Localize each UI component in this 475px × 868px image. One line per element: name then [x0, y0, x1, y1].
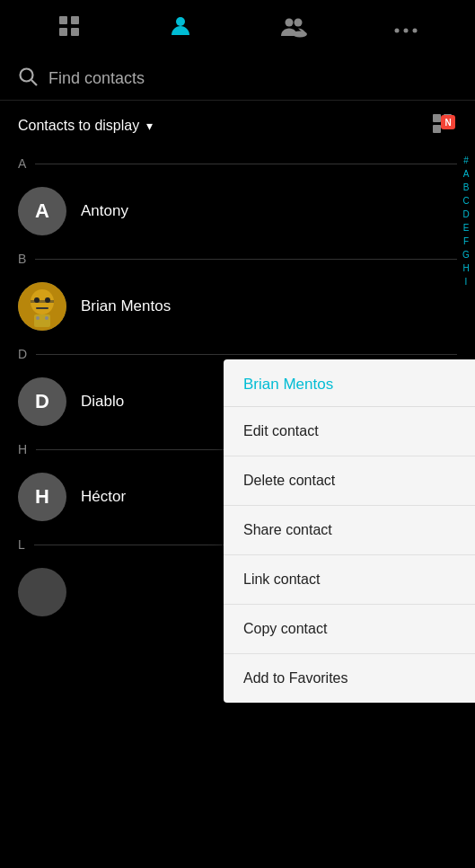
grid-display-icon[interactable]: N — [432, 113, 457, 138]
avatar-l — [18, 568, 66, 616]
notification-badge: N — [441, 115, 455, 129]
svg-rect-15 — [433, 125, 441, 133]
contact-name-antony: Antony — [81, 202, 128, 220]
alpha-f[interactable]: F — [463, 235, 469, 248]
alpha-e[interactable]: E — [463, 222, 470, 235]
person-nav-icon[interactable] — [168, 13, 193, 44]
contact-name-hector: Héctor — [81, 488, 126, 506]
svg-rect-1 — [71, 16, 79, 24]
add-to-favorites-item[interactable]: Add to Favorites — [224, 654, 475, 703]
svg-rect-20 — [31, 300, 54, 303]
more-nav-icon[interactable] — [394, 17, 418, 40]
edit-contact-item[interactable]: Edit contact — [224, 407, 475, 456]
context-menu-title: Brian Mentos — [224, 359, 475, 407]
delete-contact-item[interactable]: Delete contact — [224, 456, 475, 506]
copy-contact-item[interactable]: Copy contact — [224, 605, 475, 654]
contact-name-brian: Brian Mentos — [81, 297, 171, 315]
svg-point-26 — [45, 316, 48, 320]
link-contact-item[interactable]: Link contact — [224, 555, 475, 605]
svg-point-9 — [403, 29, 408, 33]
svg-line-12 — [31, 80, 37, 85]
avatar-hector: H — [18, 473, 66, 521]
alpha-c[interactable]: C — [462, 195, 469, 208]
svg-point-4 — [176, 17, 185, 26]
top-navigation — [0, 0, 475, 58]
svg-point-7 — [293, 31, 307, 38]
context-menu: Brian Mentos Edit contact Delete contact… — [224, 359, 475, 703]
svg-rect-0 — [59, 16, 67, 24]
contacts-display-bar[interactable]: Contacts to display ▾ N — [0, 101, 475, 151]
avatar-brian — [18, 282, 66, 331]
svg-point-21 — [34, 297, 40, 303]
contact-item-antony[interactable]: A Antony — [0, 176, 475, 246]
share-contact-item[interactable]: Share contact — [224, 506, 475, 555]
svg-rect-23 — [36, 307, 48, 309]
svg-rect-13 — [433, 114, 441, 122]
section-header-a: A — [0, 151, 475, 176]
contacts-display-label: Contacts to display ▾ — [18, 118, 153, 134]
svg-point-10 — [412, 29, 417, 33]
alpha-h[interactable]: H — [462, 262, 469, 275]
alpha-b[interactable]: B — [463, 182, 470, 194]
svg-rect-24 — [34, 314, 50, 327]
contact-item-brian[interactable]: Brian Mentos — [0, 271, 475, 341]
search-icon — [18, 66, 38, 91]
alpha-hash[interactable]: # — [463, 155, 469, 167]
section-header-b: B — [0, 246, 475, 271]
svg-point-5 — [285, 19, 293, 27]
svg-rect-3 — [71, 28, 79, 36]
grid-nav-icon[interactable] — [57, 14, 81, 43]
contacts-display-text: Contacts to display — [18, 118, 139, 134]
contact-name-diablo: Diablo — [81, 393, 124, 411]
alpha-d[interactable]: D — [462, 208, 469, 221]
alpha-i[interactable]: I — [465, 276, 468, 288]
avatar-antony: A — [18, 187, 66, 235]
svg-rect-2 — [59, 28, 67, 36]
svg-point-11 — [21, 69, 33, 82]
avatar-diablo: D — [18, 377, 66, 426]
search-bar — [0, 58, 475, 101]
svg-point-6 — [294, 19, 302, 27]
svg-point-25 — [36, 316, 40, 320]
svg-point-8 — [394, 29, 399, 33]
group-nav-icon[interactable] — [280, 14, 307, 43]
alpha-g[interactable]: G — [462, 249, 470, 261]
alpha-a[interactable]: A — [463, 168, 470, 181]
svg-point-22 — [45, 297, 50, 303]
search-input[interactable] — [48, 69, 457, 88]
chevron-down-icon: ▾ — [146, 119, 153, 133]
